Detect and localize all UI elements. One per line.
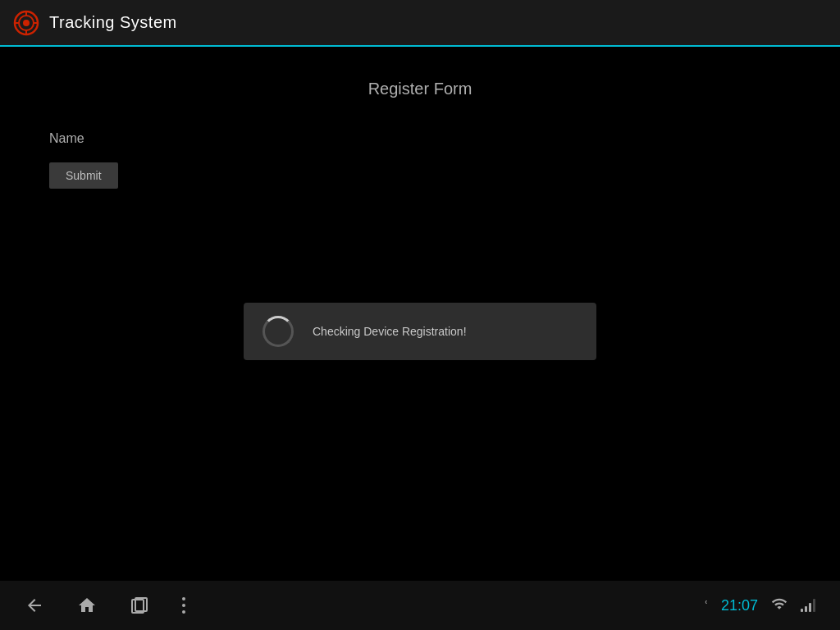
spinner-icon [260,313,296,349]
main-content: Register Form Name Submit Checking Devic… [0,47,840,581]
name-label: Name [49,131,791,146]
form-title: Register Form [49,80,791,98]
svg-point-2 [23,20,30,26]
app-bar: Tracking System [0,0,840,47]
submit-button[interactable]: Submit [49,162,118,189]
nav-bar: ʿ︎ 21:07 [0,581,840,630]
nav-right-status: ʿ︎ 21:07 [705,596,815,615]
status-time: 21:07 [721,597,758,614]
app-title: Tracking System [49,13,177,32]
target-icon [13,10,39,36]
progress-dialog: Checking Device Registration! [244,303,596,360]
recents-icon[interactable] [130,596,149,615]
home-icon[interactable] [77,596,97,615]
back-icon[interactable] [25,596,44,615]
bluetooth-icon: ʿ︎ [705,599,708,612]
wifi-icon [771,596,788,615]
nav-left-controls [25,596,185,615]
progress-message: Checking Device Registration! [313,325,467,338]
signal-icon [801,599,815,612]
menu-icon[interactable] [182,597,185,614]
